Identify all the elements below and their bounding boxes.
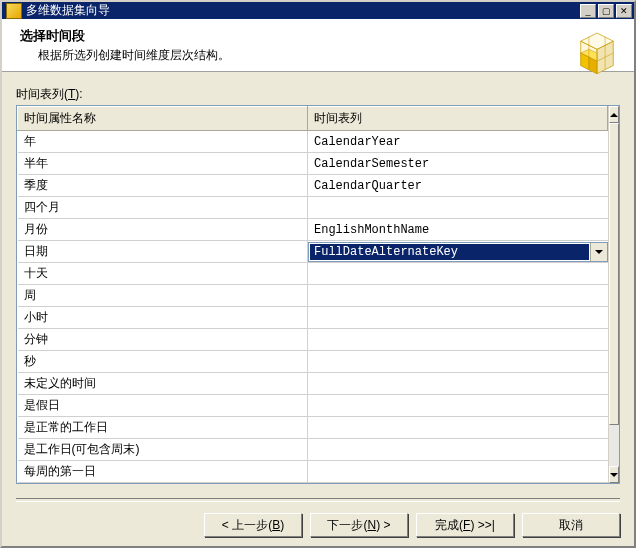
time-table-column[interactable] [308, 461, 608, 483]
time-property-name[interactable]: 分钟 [18, 329, 308, 351]
table-row[interactable]: 十天 [18, 263, 608, 285]
table-row[interactable]: 未定义的时间 [18, 373, 608, 395]
table-row[interactable]: 月份EnglishMonthName [18, 219, 608, 241]
chevron-down-icon[interactable] [590, 243, 607, 261]
table-row[interactable]: 是正常的工作日 [18, 417, 608, 439]
cube-app-icon [6, 3, 22, 19]
table-row[interactable]: 分钟 [18, 329, 608, 351]
time-property-name[interactable]: 季度 [18, 175, 308, 197]
table-row[interactable]: 是假日 [18, 395, 608, 417]
grid-label: 时间表列(T): [16, 86, 620, 103]
table-row[interactable]: 年CalendarYear [18, 131, 608, 153]
wizard-window: 多维数据集向导 _ ▢ ✕ 选择时间段 根据所选列创建时间维度层次结构。 [0, 0, 636, 548]
scroll-up-button[interactable] [609, 106, 619, 123]
time-table-column[interactable]: CalendarQuarter [308, 175, 608, 197]
time-table-column[interactable]: CalendarSemester [308, 153, 608, 175]
time-table-column[interactable] [308, 307, 608, 329]
time-table-column[interactable] [308, 329, 608, 351]
combobox-value: FullDateAlternateKey [310, 244, 589, 260]
close-button[interactable]: ✕ [616, 4, 632, 18]
time-table-column[interactable]: FullDateAlternateKey [308, 241, 608, 263]
time-property-name[interactable]: 秒 [18, 351, 308, 373]
back-button[interactable]: < 上一步(B) [204, 513, 302, 537]
table-row[interactable]: 每周的第一日 [18, 461, 608, 483]
table-row[interactable]: 季度CalendarQuarter [18, 175, 608, 197]
table-row[interactable]: 小时 [18, 307, 608, 329]
scroll-down-button[interactable] [609, 466, 619, 483]
maximize-button[interactable]: ▢ [598, 4, 614, 18]
wizard-body: 时间表列(T): 时间属性名称 时间表列 年CalendarYear半年Cale… [2, 72, 634, 510]
table-row[interactable]: 是工作日(可包含周末) [18, 439, 608, 461]
titlebar: 多维数据集向导 _ ▢ ✕ [2, 2, 634, 19]
time-table-column[interactable] [308, 197, 608, 219]
column-header-name[interactable]: 时间属性名称 [18, 107, 308, 131]
time-property-name[interactable]: 年 [18, 131, 308, 153]
time-property-name[interactable]: 是正常的工作日 [18, 417, 308, 439]
time-property-name[interactable]: 是假日 [18, 395, 308, 417]
time-table-column[interactable] [308, 395, 608, 417]
time-table-column[interactable]: CalendarYear [308, 131, 608, 153]
wizard-header: 选择时间段 根据所选列创建时间维度层次结构。 [2, 19, 634, 72]
page-title: 选择时间段 [20, 27, 620, 45]
scroll-thumb[interactable] [609, 123, 619, 425]
grid-header-row: 时间属性名称 时间表列 [18, 107, 608, 131]
separator [16, 498, 620, 502]
time-property-name[interactable]: 半年 [18, 153, 308, 175]
time-property-name[interactable]: 十天 [18, 263, 308, 285]
cube-illustration-icon [570, 25, 624, 79]
table-row[interactable]: 四个月 [18, 197, 608, 219]
next-button[interactable]: 下一步(N) > [310, 513, 408, 537]
table-row[interactable]: 日期FullDateAlternateKey [18, 241, 608, 263]
time-table-column[interactable] [308, 439, 608, 461]
time-table-column[interactable] [308, 263, 608, 285]
time-table-column[interactable]: EnglishMonthName [308, 219, 608, 241]
time-table-column[interactable] [308, 417, 608, 439]
cancel-button[interactable]: 取消 [522, 513, 620, 537]
time-property-name[interactable]: 周 [18, 285, 308, 307]
vertical-scrollbar[interactable] [608, 106, 619, 483]
time-property-name[interactable]: 未定义的时间 [18, 373, 308, 395]
window-title: 多维数据集向导 [26, 2, 110, 19]
minimize-button[interactable]: _ [580, 4, 596, 18]
time-table-column[interactable] [308, 373, 608, 395]
table-row[interactable]: 周 [18, 285, 608, 307]
table-row[interactable]: 秒 [18, 351, 608, 373]
time-periods-grid[interactable]: 时间属性名称 时间表列 年CalendarYear半年CalendarSemes… [16, 105, 620, 484]
finish-button[interactable]: 完成(F) >>| [416, 513, 514, 537]
time-table-column[interactable] [308, 351, 608, 373]
time-property-name[interactable]: 每周的第一日 [18, 461, 308, 483]
scroll-track[interactable] [609, 123, 619, 466]
time-property-name[interactable]: 日期 [18, 241, 308, 263]
wizard-footer: < 上一步(B) 下一步(N) > 完成(F) >>| 取消 [2, 510, 634, 546]
time-property-name[interactable]: 四个月 [18, 197, 308, 219]
window-controls: _ ▢ ✕ [580, 4, 632, 18]
page-subtitle: 根据所选列创建时间维度层次结构。 [38, 47, 620, 64]
time-property-name[interactable]: 月份 [18, 219, 308, 241]
table-row[interactable]: 半年CalendarSemester [18, 153, 608, 175]
time-property-name[interactable]: 是工作日(可包含周末) [18, 439, 308, 461]
time-table-column[interactable] [308, 285, 608, 307]
time-property-name[interactable]: 小时 [18, 307, 308, 329]
column-header-table[interactable]: 时间表列 [308, 107, 608, 131]
time-column-combobox[interactable]: FullDateAlternateKey [308, 242, 608, 262]
